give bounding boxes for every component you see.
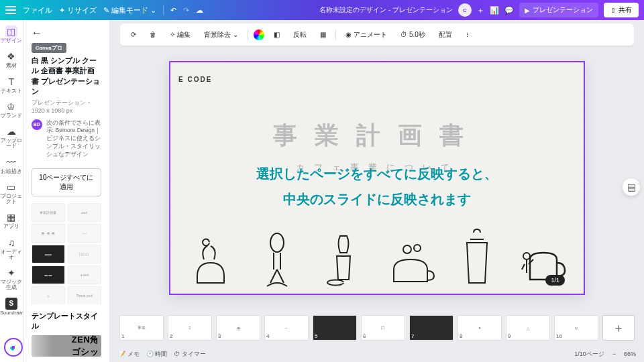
strip-page[interactable]: ≡2 [168,315,212,341]
template-thumb[interactable]: 事業計画書 [32,203,65,222]
smart-icon[interactable]: ▦ [316,29,330,40]
page-indicator[interactable]: 1/10ページ [574,350,604,359]
rail-brand[interactable]: ♔ブランド [0,98,23,121]
template-thumb[interactable]: ── [68,224,101,243]
apps-icon: ▦ [5,211,17,223]
template-thumb[interactable]: △ [32,286,65,304]
strip-page[interactable]: ─4 [264,315,309,341]
canva-assistant-icon[interactable]: C [458,3,472,17]
upload-icon: ☁ [5,125,17,137]
sync-icon[interactable]: ⟳ [127,29,140,40]
edit-mode-menu[interactable]: ✎ 編集モード ⌄ [103,5,156,15]
template-thumb[interactable]: ≡≡≡ [68,203,101,222]
strip-page[interactable]: ty10 [554,315,598,341]
more-icon[interactable]: ⫶ [462,29,473,40]
file-menu[interactable]: ファイル [23,5,52,15]
rail-soundraw[interactable]: SSoundraw [0,295,23,318]
position-button[interactable]: 配置 [435,28,456,42]
context-toolbar: ⟳ 🗑 ✧ 編集 背景除去 ⌄ ◧ 反転 ▦ ◉ アニメート ⏱ 5.0秒 配置… [120,23,634,46]
doc-title[interactable]: 名称未設定のデザイン - プレゼンテーション [319,5,453,15]
template-title: 白 黒 シンプル クール 企画書 事業計画書 プレゼンテーション [32,56,101,97]
svg-point-2 [414,245,421,251]
svg-point-0 [270,233,284,252]
rail-elements[interactable]: ❖素材 [0,48,23,71]
analytics-icon[interactable]: 📊 [490,6,499,15]
strip-page[interactable]: 口6 [361,315,405,341]
template-style-header: テンプレートスタイル [23,304,109,335]
duration-button[interactable]: ⏱ 5.0秒 [396,28,429,42]
author-avatar: BD [32,119,42,130]
rail-apps[interactable]: ▦アプリ [0,208,23,232]
resize-label: リサイズ [67,5,97,15]
audio-icon: ♫ [5,237,17,249]
comment-icon[interactable]: 💬 [504,6,514,15]
bg-remove-button[interactable]: 背景除去 ⌄ [200,28,242,42]
soundraw-icon: S [5,298,17,310]
ai-fab[interactable] [4,338,23,357]
svg-point-3 [523,253,530,259]
strip-page[interactable]: ●8 [458,315,502,341]
menu-icon[interactable] [5,6,16,14]
redo-icon[interactable]: ↷ [183,6,189,15]
template-thumb[interactable]: Thank you! [68,286,101,304]
page-pill: 1/1 [545,275,565,286]
font-preview[interactable]: ZEN角ゴシッ [32,335,101,357]
add-page-button[interactable]: ＋ [602,315,635,341]
elements-icon: ❖ [5,50,17,62]
timer-button[interactable]: ⏱ タイマー [174,350,206,359]
slide-illustrations [177,209,577,290]
template-meta: プレゼンテーション・1920 x 1080 px [32,99,101,114]
strip-page[interactable]: 事業1 [119,315,164,341]
project-icon: ▭ [5,181,17,193]
template-thumb[interactable]: ● text [68,265,101,284]
brand-icon: ♔ [5,101,17,113]
present-button[interactable]: ▶ プレゼンテーション [519,3,598,17]
back-button[interactable]: ← [32,27,101,39]
notes-button[interactable]: 📝 メモ [118,350,140,359]
rail-upload[interactable]: ☁アップロード [0,123,23,152]
rail-text[interactable]: Tテキスト [0,73,23,97]
page-strip: 事業1 ≡2 ☕3 ─4 5 口6 7 ●8 △9 ty10 ＋ [110,310,644,346]
pro-badge: Canvaプロ [32,43,66,53]
draw-icon: 〰 [5,156,17,168]
template-thumb[interactable]: ☕ ☕ ☕ [32,224,65,243]
template-pages-grid: 事業計画書 ≡≡≡ ☕ ☕ ☕ ── ▬▬ 口口口 ▬ ▬ ● text △ T… [23,203,109,304]
zoom-out-icon[interactable]: − [612,351,616,357]
rail-project[interactable]: ▭プロジェクト [0,178,23,208]
text-icon: T [5,76,17,88]
magic-icon: ✦ [5,267,17,279]
design-icon: ◫ [5,25,17,38]
rail-draw[interactable]: 〰お絵描き [0,154,23,177]
crop-icon[interactable]: ◧ [270,29,284,40]
add-icon[interactable]: ＋ [477,5,484,15]
undo-icon[interactable]: ↶ [170,6,176,15]
delete-icon[interactable]: 🗑 [146,29,160,40]
edit-mode-label: 編集モード [111,5,148,15]
rail-magic[interactable]: ✦マジック生成 [0,264,23,294]
color-icon[interactable] [254,29,264,40]
zoom-value[interactable]: 66% [624,351,636,357]
template-thumb[interactable]: ▬▬ [32,245,65,263]
slide-heading: 事業計画書 [170,119,584,152]
share-button[interactable]: ⇧ 共有 [604,3,639,17]
slide-code-label: E CODE [178,76,212,83]
edit-image-button[interactable]: ✧ 編集 [166,28,195,42]
strip-page[interactable]: 7 [409,315,453,341]
animate-button[interactable]: ◉ アニメート [341,28,391,42]
template-thumb[interactable]: ▬ ▬ [32,265,65,284]
cloud-sync-icon[interactable]: ☁ [196,6,203,15]
svg-point-1 [403,245,411,253]
apply-all-button[interactable]: 10ページすべてに適用 [32,168,101,196]
flip-button[interactable]: 反転 [289,28,311,42]
template-thumb[interactable]: 口口口 [68,245,101,263]
rail-audio[interactable]: ♫オーディオ [0,234,23,263]
time-button[interactable]: 🕐 時間 [146,350,168,359]
strip-page[interactable]: 5 [313,315,357,341]
strip-page[interactable]: ☕3 [216,315,260,341]
resize-menu[interactable]: ✦ リサイズ [59,5,97,15]
instruction-overlay: 選択したページをすべてに反映すると、 中央のスライドに反映されます [110,161,644,212]
rail-design[interactable]: ◫デザイン [0,23,23,46]
suggest-text[interactable]: 次の条件でさらに表示: Bemore Design｜ビジネスに使えるシンプル・ス… [46,119,101,159]
strip-page[interactable]: △9 [506,315,550,341]
